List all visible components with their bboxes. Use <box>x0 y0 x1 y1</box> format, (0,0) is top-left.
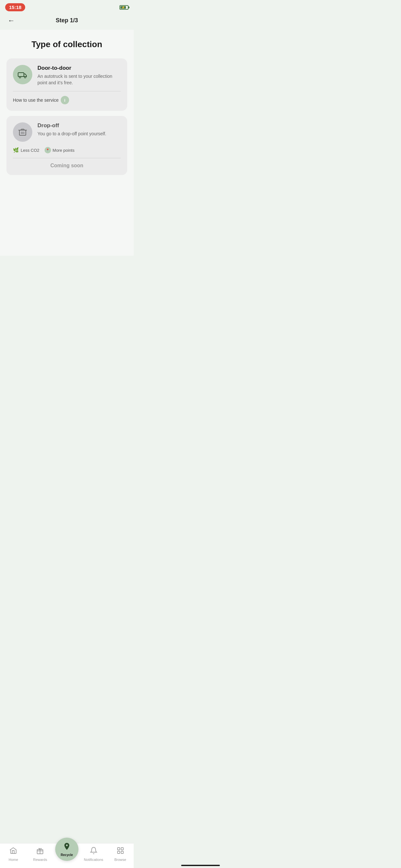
status-bar: 15:18 ⚡ <box>0 0 134 13</box>
drop-off-title: Drop-off <box>37 122 121 129</box>
truck-icon <box>18 69 28 80</box>
drop-off-card: Drop-off You go to a drop-off point your… <box>6 116 127 175</box>
drop-off-badges: 🌿 Less CO2 📍 More points <box>13 147 121 153</box>
page-title: Type of collection <box>6 39 127 50</box>
more-points-badge: 📍 More points <box>44 147 74 153</box>
battery-bolt-icon: ⚡ <box>121 6 125 9</box>
leaf-icon: 🌿 <box>13 147 19 153</box>
battery-indicator: ⚡ <box>120 5 128 10</box>
card-top-door: Door-to-door An autotruck is sent to you… <box>13 65 121 86</box>
back-button[interactable]: ← <box>6 15 16 26</box>
coming-soon-label: Coming soon <box>50 163 83 168</box>
less-co2-badge: 🌿 Less CO2 <box>13 147 39 153</box>
svg-point-1 <box>19 76 21 78</box>
coming-soon-row: Coming soon <box>13 158 121 168</box>
step-indicator: Step 1/3 <box>56 17 78 24</box>
drop-off-text: Drop-off You go to a drop-off point your… <box>37 122 121 137</box>
battery-body: ⚡ <box>120 5 128 10</box>
battery-fill: ⚡ <box>120 6 126 9</box>
drop-off-desc: You go to a drop-off point yourself. <box>37 131 121 137</box>
door-to-door-title: Door-to-door <box>37 65 121 71</box>
door-to-door-desc: An autotruck is sent to your collection … <box>37 73 121 86</box>
door-to-door-icon-circle <box>13 65 32 84</box>
info-icon[interactable]: i <box>61 96 69 104</box>
less-co2-label: Less CO2 <box>21 148 39 153</box>
card-top-dropoff: Drop-off You go to a drop-off point your… <box>13 122 121 142</box>
more-points-label: More points <box>53 148 74 153</box>
pin-circle-icon: 📍 <box>44 147 51 153</box>
door-to-door-text: Door-to-door An autotruck is sent to you… <box>37 65 121 86</box>
how-to-use-label: How to use the service <box>13 97 59 103</box>
header: ← Step 1/3 <box>0 13 134 30</box>
drop-off-icon-circle <box>13 122 32 142</box>
main-content: Type of collection Door-to-door An autot… <box>0 30 134 256</box>
status-time: 15:18 <box>5 3 25 11</box>
svg-point-2 <box>25 76 26 78</box>
svg-rect-0 <box>18 73 24 76</box>
card-divider-door <box>13 91 121 91</box>
trash-icon <box>18 127 28 137</box>
card-footer-door: How to use the service i <box>13 96 121 104</box>
door-to-door-card[interactable]: Door-to-door An autotruck is sent to you… <box>6 58 127 111</box>
